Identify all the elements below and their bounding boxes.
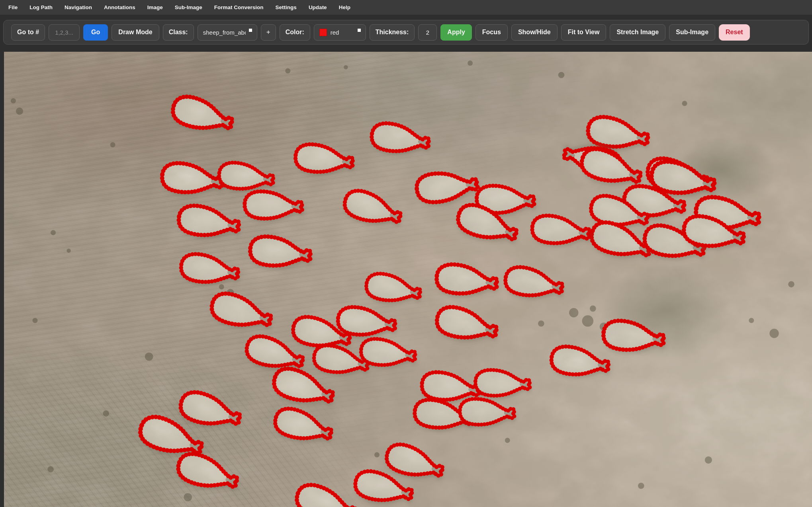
sheep-annotation[interactable] xyxy=(173,449,243,501)
ground-spot xyxy=(590,306,596,312)
ground-spot xyxy=(67,249,70,253)
reset-button[interactable]: Reset xyxy=(719,24,750,41)
goto-label: Go to # xyxy=(11,24,45,41)
sheep-annotation[interactable] xyxy=(207,289,277,339)
ground-spot xyxy=(788,281,794,288)
ground-spot xyxy=(558,72,565,78)
sheep-annotation[interactable] xyxy=(416,171,481,207)
sheep-annotation[interactable] xyxy=(293,142,356,181)
ground-spot xyxy=(749,318,754,323)
ground-spot xyxy=(538,320,544,327)
sheep-annotation[interactable] xyxy=(369,121,433,161)
sheep-annotation[interactable] xyxy=(178,252,243,292)
menu-item-log-path[interactable]: Log Path xyxy=(29,4,53,10)
sub-image-button[interactable]: Sub-Image xyxy=(669,24,715,41)
ground-spot xyxy=(468,60,473,66)
color-label: Color: xyxy=(280,24,310,41)
class-dropdown[interactable]: sheep_from_abo xyxy=(198,24,257,41)
ground-spot xyxy=(33,318,38,323)
menu-item-navigation[interactable]: Navigation xyxy=(65,4,92,10)
stretch-image-button[interactable]: Stretch Image xyxy=(610,24,665,41)
thickness-label: Thickness: xyxy=(370,24,415,41)
ground-spot xyxy=(11,98,16,103)
sheep-annotation[interactable] xyxy=(530,213,593,252)
go-button[interactable]: Go xyxy=(83,24,108,41)
sheep-annotation[interactable] xyxy=(176,388,246,438)
goto-input[interactable] xyxy=(49,24,80,41)
toolbar: Go to # Go Draw Mode Class: sheep_from_a… xyxy=(3,20,809,45)
add-class-button[interactable]: + xyxy=(261,24,276,41)
sheep-annotation[interactable] xyxy=(502,264,567,306)
menu-bar: FileLog PathNavigationAnnotationsImageSu… xyxy=(0,0,812,15)
image-canvas[interactable] xyxy=(4,52,812,507)
menu-item-image[interactable]: Image xyxy=(147,4,163,10)
ground-spot xyxy=(682,101,687,106)
annotation-layer[interactable] xyxy=(4,52,812,507)
ground-spot xyxy=(285,68,290,74)
dropdown-indicator-icon xyxy=(358,29,361,32)
ground-spot xyxy=(374,452,380,457)
ground-spot xyxy=(145,353,153,361)
thickness-input[interactable] xyxy=(418,24,437,41)
apply-button[interactable]: Apply xyxy=(440,24,472,41)
sheep-annotation[interactable] xyxy=(292,480,362,507)
sheep-annotation[interactable] xyxy=(601,318,668,359)
ground-spot xyxy=(51,230,56,235)
sheep-annotation[interactable] xyxy=(160,161,227,201)
class-label: Class: xyxy=(163,24,194,41)
ground-spot xyxy=(582,315,594,327)
menu-item-help[interactable]: Help xyxy=(339,4,350,10)
sheep-annotation[interactable] xyxy=(168,92,238,142)
sheep-annotation[interactable] xyxy=(243,190,305,225)
ground-spot xyxy=(110,142,115,147)
ground-spot xyxy=(184,493,192,501)
sheep-annotation[interactable] xyxy=(248,234,315,275)
color-swatch-icon xyxy=(319,29,327,36)
ground-spot xyxy=(103,410,109,417)
menu-item-format-conversion[interactable]: Format Conversion xyxy=(214,4,264,10)
ground-spot xyxy=(638,483,644,489)
ground-spot xyxy=(47,466,54,472)
sheep-annotation[interactable] xyxy=(363,271,425,311)
sheep-annotation[interactable] xyxy=(549,344,613,384)
ground-spot xyxy=(569,308,578,317)
dropdown-indicator-icon xyxy=(249,29,252,32)
class-value: sheep_from_abo xyxy=(203,29,246,36)
ground-spot xyxy=(769,329,779,338)
ground-spot xyxy=(219,284,224,289)
ground-spot xyxy=(344,65,348,69)
fit-to-view-button[interactable]: Fit to View xyxy=(561,24,607,41)
show-hide-button[interactable]: Show/Hide xyxy=(511,24,558,41)
menu-item-settings[interactable]: Settings xyxy=(276,4,297,10)
menu-item-sub-image[interactable]: Sub-Image xyxy=(175,4,202,10)
sheep-annotation[interactable] xyxy=(340,186,406,235)
color-value: red xyxy=(331,29,339,36)
sheep-annotation[interactable] xyxy=(433,303,502,351)
menu-item-file[interactable]: File xyxy=(8,4,18,10)
sheep-annotation[interactable] xyxy=(474,369,533,402)
ground-spot xyxy=(705,456,712,464)
sheep-annotation[interactable] xyxy=(176,203,244,246)
ground-spot xyxy=(505,438,510,443)
draw-mode-button[interactable]: Draw Mode xyxy=(112,24,159,41)
focus-button[interactable]: Focus xyxy=(475,24,508,41)
menu-item-annotations[interactable]: Annotations xyxy=(104,4,135,10)
color-dropdown[interactable]: red xyxy=(314,24,366,41)
sheep-annotation[interactable] xyxy=(271,405,337,452)
menu-item-update[interactable]: Update xyxy=(309,4,327,10)
sheep-annotation[interactable] xyxy=(434,262,501,303)
ground-spot xyxy=(16,107,23,115)
